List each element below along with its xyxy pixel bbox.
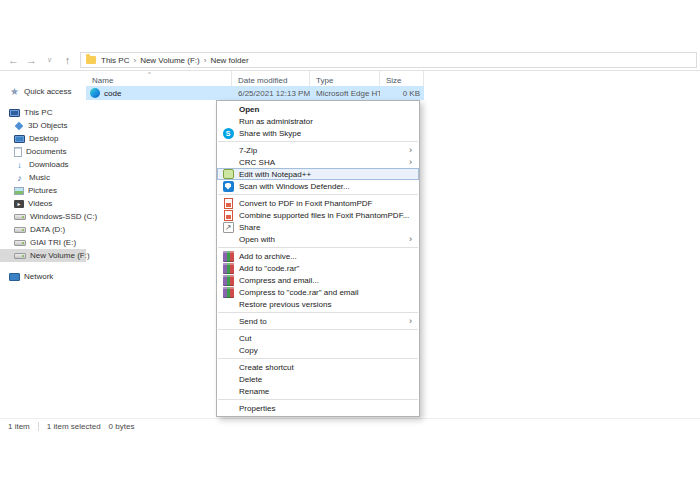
doc-icon xyxy=(14,147,22,157)
menu-item-open-with[interactable]: Open with› xyxy=(217,233,419,245)
menu-item-combine-supported-files-in-foxit-phantompdf[interactable]: Combine supported files in Foxit Phantom… xyxy=(217,209,419,221)
menu-item-share-with-skype[interactable]: SShare with Skype xyxy=(217,127,419,139)
menu-item-icon-area xyxy=(217,169,239,179)
column-header-name[interactable]: Name ^ xyxy=(86,71,232,86)
column-header-date-modified[interactable]: Date modified xyxy=(232,71,310,86)
file-type: Microsoft Edge HT... xyxy=(310,89,380,98)
breadcrumb-item-new-folder[interactable]: New folder xyxy=(210,56,248,65)
sidebar-item-documents[interactable]: Documents xyxy=(0,145,86,158)
menu-item-label: Delete xyxy=(239,375,419,384)
menu-item-label: Share with Skype xyxy=(239,129,419,138)
menu-separator xyxy=(218,141,418,142)
menu-item-restore-previous-versions[interactable]: Restore previous versions xyxy=(217,298,419,310)
menu-item-scan-with-windows-defender[interactable]: Scan with Windows Defender... xyxy=(217,180,419,192)
up-icon[interactable]: ↑ xyxy=(62,52,73,68)
menu-item-cut[interactable]: Cut xyxy=(217,332,419,344)
menu-separator xyxy=(218,399,418,400)
menu-item-send-to[interactable]: Send to› xyxy=(217,315,419,327)
menu-item-compress-and-email[interactable]: Compress and email... xyxy=(217,274,419,286)
sidebar-item-label: DATA (D:) xyxy=(30,225,65,234)
edge-icon xyxy=(90,88,100,98)
menu-item-add-to-archive[interactable]: Add to archive... xyxy=(217,250,419,262)
menu-item-edit-with-notepad[interactable]: Edit with Notepad++ xyxy=(217,168,419,180)
menu-item-label: Open with xyxy=(239,235,409,244)
breadcrumb-separator-icon: › xyxy=(133,56,136,65)
back-icon[interactable]: ← xyxy=(8,52,19,68)
sidebar-item-new-volume-f[interactable]: New Volume (F:) xyxy=(0,249,86,262)
status-bar: 1 item 1 item selected 0 bytes xyxy=(0,418,700,433)
menu-separator xyxy=(218,247,418,248)
navigation-bar: ← → ∨ ↑ This PC›New Volume (F:)›New fold… xyxy=(0,50,700,70)
sidebar-item-label: Videos xyxy=(28,199,52,208)
sort-ascending-icon[interactable]: ^ xyxy=(148,71,151,77)
menu-item-copy[interactable]: Copy xyxy=(217,344,419,356)
forward-icon[interactable]: → xyxy=(26,52,37,68)
submenu-arrow-icon: › xyxy=(409,157,419,167)
sidebar-item-pictures[interactable]: Pictures xyxy=(0,184,86,197)
drive-icon xyxy=(14,240,26,246)
menu-item-convert-to-pdf-in-foxit-phantompdf[interactable]: Convert to PDF in Foxit PhantomPDF xyxy=(217,197,419,209)
sidebar: ★Quick accessThis PC3D ObjectsDesktopDoc… xyxy=(0,85,86,283)
sidebar-item-desktop[interactable]: Desktop xyxy=(0,132,86,145)
column-header-size[interactable]: Size xyxy=(380,71,424,86)
breadcrumb-item-new-volume-f[interactable]: New Volume (F:) xyxy=(140,56,200,65)
file-row-code[interactable]: code6/25/2021 12:13 PMMicrosoft Edge HT.… xyxy=(86,86,424,100)
menu-item-rename[interactable]: Rename xyxy=(217,385,419,397)
file-list: code6/25/2021 12:13 PMMicrosoft Edge HT.… xyxy=(86,86,700,100)
picture-icon xyxy=(14,187,24,195)
sidebar-item-3d-objects[interactable]: 3D Objects xyxy=(0,119,86,132)
menu-item-label: Create shortcut xyxy=(239,363,419,372)
menu-item-icon-area xyxy=(217,263,239,274)
menu-item-icon-area: S xyxy=(217,128,239,139)
video-icon: ▸ xyxy=(14,200,24,208)
menu-item-label: Restore previous versions xyxy=(239,300,419,309)
sidebar-item-downloads[interactable]: ↓Downloads xyxy=(0,158,86,171)
sidebar-item-label: Documents xyxy=(26,147,66,156)
winrar-icon xyxy=(223,263,234,274)
menu-item-compress-to-code-rar-and-email[interactable]: Compress to "code.rar" and email xyxy=(217,286,419,298)
menu-item-crc-sha[interactable]: CRC SHA› xyxy=(217,156,419,168)
sidebar-item-label: New Volume (F:) xyxy=(30,251,90,260)
menu-item-label: 7-Zip xyxy=(239,146,409,155)
sidebar-item-music[interactable]: ♪Music xyxy=(0,171,86,184)
menu-item-add-to-code-rar[interactable]: Add to "code.rar" xyxy=(217,262,419,274)
winrar-icon xyxy=(223,287,234,298)
menu-item-delete[interactable]: Delete xyxy=(217,373,419,385)
column-header-type[interactable]: Type xyxy=(310,71,380,86)
menu-item-run-as-administrator[interactable]: Run as administrator xyxy=(217,115,419,127)
sidebar-item-this-pc[interactable]: This PC xyxy=(0,106,86,119)
recent-locations-dropdown-icon[interactable]: ∨ xyxy=(44,52,55,68)
network-icon xyxy=(9,273,20,281)
menu-item-label: Share xyxy=(239,223,419,232)
sidebar-item-videos[interactable]: ▸Videos xyxy=(0,197,86,210)
menu-item-label: Add to "code.rar" xyxy=(239,264,419,273)
menu-separator xyxy=(218,312,418,313)
menu-item-icon-area xyxy=(217,210,239,221)
sidebar-item-label: Pictures xyxy=(28,186,57,195)
sidebar-item-network[interactable]: Network xyxy=(0,270,86,283)
menu-item-share[interactable]: ↗Share xyxy=(217,221,419,233)
download-icon: ↓ xyxy=(14,160,25,170)
menu-separator xyxy=(218,358,418,359)
menu-item-label: Convert to PDF in Foxit PhantomPDF xyxy=(239,199,419,208)
file-pane: Name ^ Date modified Type Size code6/25/… xyxy=(86,71,700,100)
menu-item-7-zip[interactable]: 7-Zip› xyxy=(217,144,419,156)
sidebar-item-windows-ssd-c[interactable]: Windows-SSD (C:) xyxy=(0,210,86,223)
column-header-size-label: Size xyxy=(386,76,402,85)
menu-item-open[interactable]: Open xyxy=(217,103,419,115)
sidebar-item-label: Quick access xyxy=(24,87,72,96)
nav-arrows: ← → ∨ ↑ xyxy=(0,52,80,68)
sidebar-item-giai-tri-e[interactable]: GIAI TRI (E:) xyxy=(0,236,86,249)
column-header-type-label: Type xyxy=(316,76,333,85)
menu-item-create-shortcut[interactable]: Create shortcut xyxy=(217,361,419,373)
sidebar-item-data-d[interactable]: DATA (D:) xyxy=(0,223,86,236)
breadcrumb-item-this-pc[interactable]: This PC xyxy=(101,56,129,65)
menu-item-label: Copy xyxy=(239,346,419,355)
menu-item-label: Edit with Notepad++ xyxy=(239,170,419,179)
address-bar[interactable]: This PC›New Volume (F:)›New folder xyxy=(80,52,697,68)
sidebar-item-label: Downloads xyxy=(29,160,69,169)
drive-icon xyxy=(14,227,26,233)
sidebar-item-label: Windows-SSD (C:) xyxy=(30,212,97,221)
sidebar-item-quick-access[interactable]: ★Quick access xyxy=(0,85,86,98)
menu-item-properties[interactable]: Properties xyxy=(217,402,419,414)
